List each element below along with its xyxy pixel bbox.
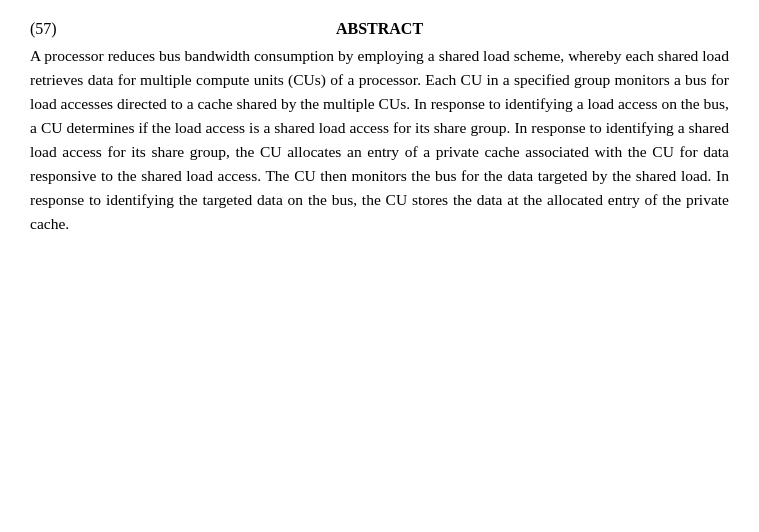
abstract-title: ABSTRACT (90, 20, 669, 38)
abstract-header: (57) ABSTRACT (30, 20, 729, 38)
abstract-body: A processor reduces bus bandwidth consum… (30, 44, 729, 236)
abstract-container: (57) ABSTRACT A processor reduces bus ba… (30, 20, 729, 236)
abstract-number: (57) (30, 20, 90, 38)
